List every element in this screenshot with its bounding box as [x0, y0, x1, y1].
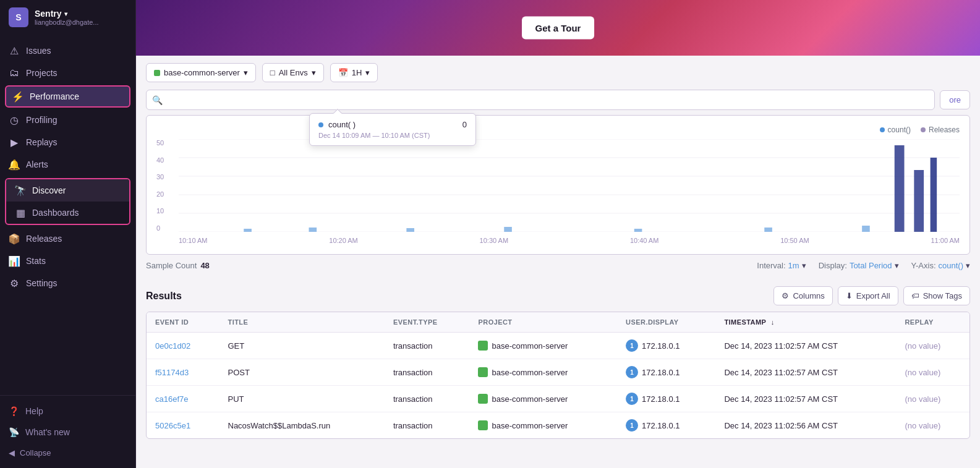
- cell-event-type: transaction: [385, 412, 470, 439]
- sidebar-item-releases[interactable]: 📦 Releases: [0, 228, 135, 250]
- env-dropdown[interactable]: □ All Envs ▾: [262, 63, 324, 82]
- sidebar-item-discover[interactable]: 🔭 Discover: [6, 179, 129, 202]
- content-area: base-common-server ▾ □ All Envs ▾ 📅 1H ▾…: [136, 56, 980, 468]
- main-content: Get a Tour base-common-server ▾ □ All En…: [136, 0, 980, 468]
- help-icon: ❓: [9, 406, 19, 416]
- tag-icon: 🏷: [911, 291, 919, 300]
- col-replay[interactable]: REPLAY: [896, 312, 969, 333]
- sidebar-item-issues[interactable]: ⚠ Issues: [0, 40, 135, 62]
- more-button[interactable]: ore: [940, 90, 970, 109]
- cell-timestamp: Dec 14, 2023 11:02:56 AM CST: [715, 412, 896, 439]
- project-icon: [478, 367, 488, 377]
- columns-icon: ⚙: [782, 291, 789, 300]
- results-header: Results ⚙ Columns ⬇ Export All 🏷 Show Ta…: [136, 276, 980, 312]
- get-a-tour-button[interactable]: Get a Tour: [522, 17, 595, 40]
- env-label: All Envs: [279, 68, 308, 77]
- y-label-20: 20: [156, 190, 171, 198]
- show-tags-button[interactable]: 🏷 Show Tags: [903, 286, 970, 305]
- project-name: base-common-server: [492, 421, 568, 430]
- col-event-id[interactable]: EVENT ID: [147, 312, 219, 333]
- display-label: Display:: [819, 261, 847, 270]
- display-control[interactable]: Display: Total Period ▾: [819, 261, 899, 270]
- event-id-link[interactable]: 5026c5e1: [155, 421, 190, 430]
- tooltip-arrow: [333, 109, 342, 117]
- col-timestamp[interactable]: TIMESTAMP ↓: [715, 312, 896, 333]
- sidebar-nav: ⚠ Issues 🗂 Projects ⚡ Performance ◷ Prof…: [0, 35, 135, 395]
- y-label-40: 40: [156, 156, 171, 164]
- cell-title: POST: [219, 359, 385, 386]
- project-name: base-common-server: [492, 394, 568, 404]
- collapse-icon: ◀: [9, 448, 15, 457]
- user-display: 172.18.0.1: [642, 368, 680, 377]
- env-dropdown-chevron: ▾: [312, 68, 316, 77]
- legend-count-label: count(): [888, 126, 911, 134]
- sidebar-item-whats-new[interactable]: 📡 What's new: [0, 422, 135, 443]
- releases-icon: 📦: [9, 233, 20, 244]
- time-label: 1H: [352, 68, 362, 77]
- svg-marker-9: [406, 228, 414, 232]
- interval-control[interactable]: Interval: 1m ▾: [757, 261, 806, 270]
- yaxis-control[interactable]: Y-Axis: count() ▾: [911, 261, 970, 270]
- sidebar-item-label: Issues: [26, 46, 51, 56]
- cell-title: NacosWatch$$LambdaS.run: [219, 412, 385, 439]
- table-row: 0e0c1d02 GET transaction base-common-ser…: [147, 333, 969, 359]
- cell-title: GET: [219, 333, 385, 359]
- col-event-type[interactable]: EVENT.TYPE: [385, 312, 470, 333]
- col-project[interactable]: PROJECT: [469, 312, 617, 333]
- legend-count: count(): [880, 126, 911, 134]
- replays-icon: ▶: [9, 137, 20, 148]
- time-dropdown[interactable]: 📅 1H ▾: [330, 63, 378, 82]
- sort-arrow-icon: ↓: [771, 318, 775, 326]
- cell-user: 1 172.18.0.1: [617, 359, 715, 386]
- svg-marker-12: [764, 228, 772, 232]
- export-all-button[interactable]: ⬇ Export All: [838, 286, 898, 305]
- settings-icon: ⚙: [9, 278, 20, 289]
- dashboards-icon: ▦: [15, 207, 26, 218]
- chevron-down-icon: ▾: [64, 11, 67, 17]
- sidebar-item-projects[interactable]: 🗂 Projects: [0, 62, 135, 84]
- user-display: 172.18.0.1: [642, 341, 680, 351]
- legend-releases-dot: [921, 127, 926, 132]
- search-wrapper: 🔍: [146, 90, 935, 110]
- cell-event-id: ca16ef7e: [147, 386, 219, 412]
- sidebar-item-replays[interactable]: ▶ Replays: [0, 131, 135, 153]
- sidebar-item-profiling[interactable]: ◷ Profiling: [0, 109, 135, 131]
- chart-footer: Sample Count 48 Interval: 1m ▾ Display: …: [136, 255, 980, 276]
- results-actions: ⚙ Columns ⬇ Export All 🏷 Show Tags: [773, 286, 970, 305]
- org-header[interactable]: S Sentry ▾ liangbodlz@dhgate...: [0, 0, 135, 35]
- event-id-link[interactable]: ca16ef7e: [155, 394, 189, 404]
- tooltip-row: count( ) 0: [318, 120, 467, 129]
- sidebar-item-settings[interactable]: ⚙ Settings: [0, 272, 135, 294]
- svg-marker-8: [309, 228, 317, 232]
- cell-replay: (no value): [896, 412, 969, 439]
- sidebar-item-stats[interactable]: 📊 Stats: [0, 250, 135, 272]
- sidebar-collapse-button[interactable]: ◀ Collapse: [0, 443, 135, 463]
- cell-user: 1 172.18.0.1: [617, 412, 715, 439]
- search-input[interactable]: [146, 90, 935, 110]
- col-title[interactable]: TITLE: [219, 312, 385, 333]
- yaxis-value: count(): [939, 261, 963, 270]
- event-id-link[interactable]: f51174d3: [155, 368, 189, 377]
- columns-button[interactable]: ⚙ Columns: [773, 286, 832, 305]
- table-row: ca16ef7e PUT transaction base-common-ser…: [147, 386, 969, 412]
- chart-controls: Interval: 1m ▾ Display: Total Period ▾ Y…: [757, 261, 970, 270]
- cell-project: base-common-server: [469, 412, 617, 439]
- yaxis-label: Y-Axis:: [911, 261, 936, 270]
- user-avatar: 1: [626, 366, 638, 378]
- cell-event-type: transaction: [385, 359, 470, 386]
- interval-chevron: ▾: [802, 261, 806, 270]
- project-dropdown[interactable]: base-common-server ▾: [146, 63, 256, 82]
- cell-project: base-common-server: [469, 386, 617, 412]
- time-dropdown-chevron: ▾: [365, 68, 370, 77]
- sidebar-item-help[interactable]: ❓ Help: [0, 401, 135, 422]
- sidebar-item-dashboards[interactable]: ▦ Dashboards: [6, 202, 129, 224]
- event-id-link[interactable]: 0e0c1d02: [155, 341, 190, 351]
- sidebar-item-alerts[interactable]: 🔔 Alerts: [0, 153, 135, 176]
- sidebar-item-label: Discover: [32, 185, 66, 195]
- sidebar-item-label: Releases: [26, 234, 62, 244]
- cell-project: base-common-server: [469, 333, 617, 359]
- col-user-display[interactable]: USER.DISPLAY: [617, 312, 715, 333]
- org-info: Sentry ▾ liangbodlz@dhgate...: [35, 9, 99, 26]
- user-avatar: 1: [626, 419, 638, 432]
- sidebar-item-performance[interactable]: ⚡ Performance: [5, 85, 130, 108]
